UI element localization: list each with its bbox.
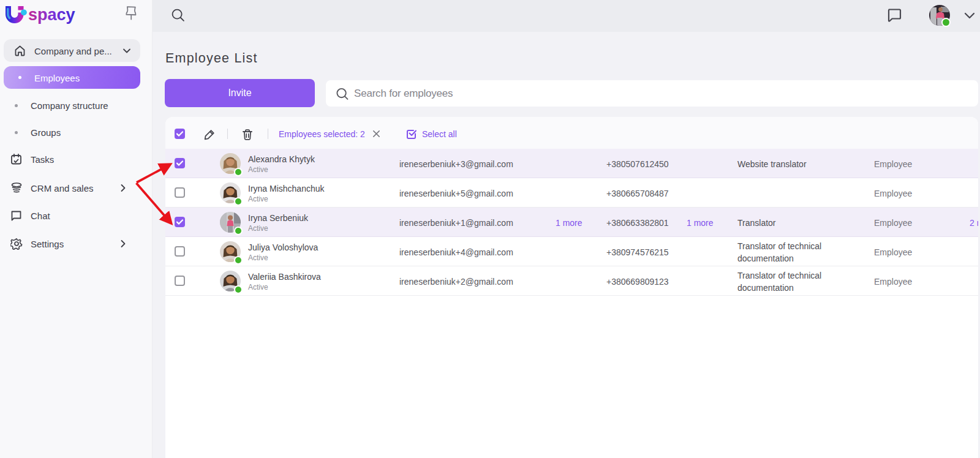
svg-text:spacy: spacy — [28, 6, 75, 24]
